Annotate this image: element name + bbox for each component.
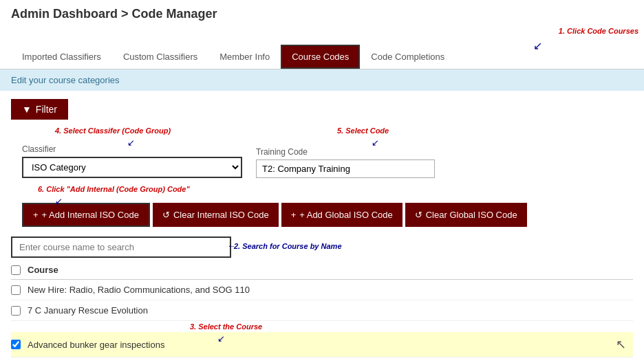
- course-list-header: Course: [11, 261, 633, 280]
- table-row: Advanced bunker gear inspections ↖: [11, 332, 633, 358]
- cursor-icon: ↖: [616, 337, 626, 352]
- clear-global-iso-button[interactable]: ↺ Clear Global ISO Code: [405, 203, 527, 227]
- select-all-checkbox[interactable]: [11, 265, 21, 275]
- tab-course-codes[interactable]: Course Codes: [281, 45, 360, 69]
- ann6-arrow: ↙: [55, 196, 63, 206]
- info-bar: Edit your course categories: [0, 69, 644, 91]
- annotation-3: 3. Select the Course: [190, 322, 262, 331]
- course-list: Course New Hire: Radio, Radio Communicat…: [0, 261, 644, 358]
- ann4-arrow: ↙: [127, 138, 135, 148]
- course-checkbox-1[interactable]: [11, 285, 21, 295]
- ann3-arrow: ↙: [217, 333, 225, 344]
- tab-completions[interactable]: Code Completions: [360, 45, 455, 69]
- course-checkbox-2[interactable]: [11, 306, 21, 316]
- search-input[interactable]: [11, 236, 231, 258]
- training-code-input[interactable]: [256, 160, 435, 178]
- course-checkbox-3[interactable]: [11, 340, 21, 349]
- ann5-arrow: ↙: [372, 138, 379, 148]
- clear-global-reset-icon: ↺: [415, 210, 422, 220]
- annotation-1-arrow: ↙: [533, 39, 542, 52]
- annotation-5: 5. Select Code: [337, 126, 389, 135]
- table-row: 7 C January Rescue Evolution: [11, 300, 633, 321]
- classifier-group: Classifier ISO Category: [22, 144, 242, 178]
- add-global-iso-button[interactable]: + + Add Global ISO Code: [281, 203, 402, 227]
- training-code-label: Training Code: [256, 147, 435, 157]
- tabs-bar: Imported Classifiers Custom Classifiers …: [0, 45, 644, 69]
- training-code-group: Training Code: [256, 147, 435, 178]
- ann2-arrow: ←: [227, 241, 236, 251]
- annotation-2: 2. Search for Course by Name: [234, 242, 342, 250]
- table-row: New Hire: Radio, Radio Communications, a…: [11, 280, 633, 300]
- clear-internal-iso-button[interactable]: ↺ Clear Internal ISO Code: [153, 203, 279, 227]
- annotation-4: 4. Select Classifer (Code Group): [55, 126, 171, 135]
- add-internal-iso-button[interactable]: + + Add Internal ISO Code: [22, 203, 150, 227]
- add-global-plus-icon: +: [291, 210, 297, 220]
- filter-section: ▼ Filter: [0, 91, 644, 125]
- filter-button[interactable]: ▼ Filter: [11, 99, 68, 120]
- tab-imported[interactable]: Imported Classifiers: [11, 45, 112, 69]
- tab-member[interactable]: Member Info: [208, 45, 281, 69]
- tab-custom[interactable]: Custom Classifiers: [112, 45, 208, 69]
- annotation-6: 6. Click "Add Internal (Code Group) Code…: [38, 185, 190, 193]
- page-header: Admin Dashboard > Code Manager: [0, 0, 644, 25]
- classifier-select[interactable]: ISO Category: [22, 157, 242, 178]
- clear-internal-reset-icon: ↺: [162, 210, 170, 220]
- filter-icon: ▼: [22, 104, 32, 115]
- annotation-1: 1. Click Code Courses: [559, 27, 638, 35]
- add-internal-plus-icon: +: [33, 210, 39, 220]
